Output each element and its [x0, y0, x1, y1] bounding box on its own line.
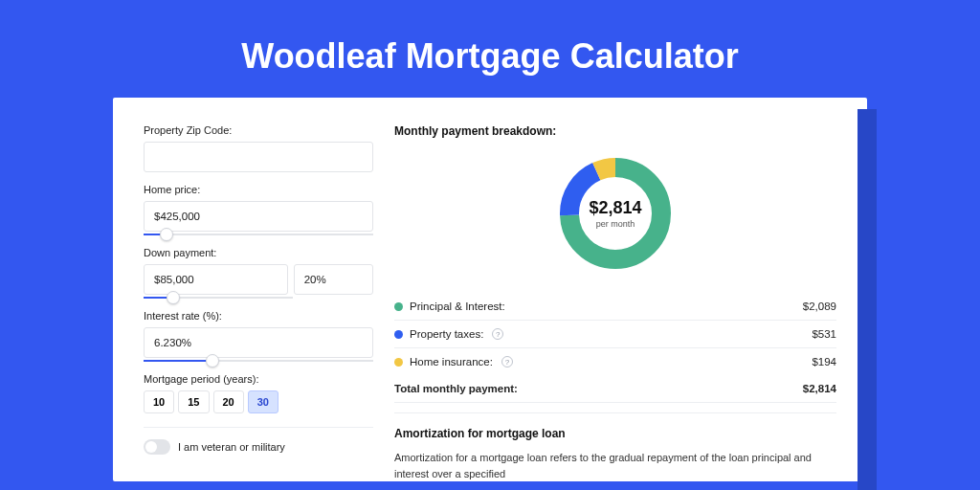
- amortization-title: Amortization for mortgage loan: [394, 427, 836, 440]
- legend-value: $531: [812, 328, 836, 340]
- legend-row: Home insurance:?$194: [394, 348, 836, 375]
- down-payment-slider-thumb[interactable]: [167, 291, 180, 304]
- down-payment-field: Down payment:: [144, 247, 373, 299]
- home-price-field: Home price:: [144, 184, 373, 235]
- inputs-panel: Property Zip Code: Home price: Down paym…: [144, 124, 373, 481]
- zip-label: Property Zip Code:: [144, 124, 373, 136]
- legend-label: Home insurance:: [410, 356, 493, 368]
- home-price-slider-thumb[interactable]: [160, 228, 173, 241]
- period-option-15[interactable]: 15: [178, 390, 209, 413]
- veteran-label: I am veteran or military: [178, 441, 285, 453]
- breakdown-panel: Monthly payment breakdown: $2,814 per mo…: [394, 124, 836, 481]
- card-shadow: [858, 109, 877, 490]
- veteran-toggle-knob: [145, 441, 157, 453]
- home-price-label: Home price:: [144, 184, 373, 195]
- home-price-input[interactable]: [144, 201, 373, 232]
- period-option-30[interactable]: 30: [248, 390, 278, 413]
- legend-label: Principal & Interest:: [410, 301, 505, 312]
- legend-label: Property taxes:: [410, 328, 483, 340]
- veteran-toggle[interactable]: [144, 439, 170, 455]
- home-price-slider[interactable]: [144, 234, 373, 235]
- zip-field: Property Zip Code:: [144, 124, 373, 172]
- legend-value: $2,089: [803, 301, 836, 312]
- period-option-20[interactable]: 20: [213, 390, 244, 413]
- donut-chart: $2,814 per month: [555, 153, 676, 274]
- down-payment-amount-input[interactable]: [144, 264, 288, 295]
- donut-center-sub: per month: [596, 219, 635, 229]
- legend-row: Principal & Interest:$2,089: [394, 293, 836, 321]
- legend-dot-icon: [394, 302, 403, 311]
- donut-center-amount: $2,814: [589, 198, 641, 218]
- help-icon[interactable]: ?: [501, 356, 513, 368]
- legend: Principal & Interest:$2,089Property taxe…: [394, 293, 836, 375]
- mortgage-period-label: Mortgage period (years):: [144, 373, 373, 385]
- interest-rate-field: Interest rate (%):: [144, 310, 373, 362]
- mortgage-period-group: 10152030: [144, 390, 373, 413]
- interest-rate-label: Interest rate (%):: [144, 310, 373, 322]
- zip-input[interactable]: [144, 142, 373, 172]
- down-payment-percent-input[interactable]: [294, 264, 373, 295]
- down-payment-slider[interactable]: [144, 297, 293, 299]
- legend-dot-icon: [394, 358, 403, 367]
- period-option-10[interactable]: 10: [144, 390, 174, 413]
- breakdown-title: Monthly payment breakdown:: [394, 124, 836, 138]
- mortgage-period-field: Mortgage period (years): 10152030: [144, 373, 373, 413]
- calculator-card: Property Zip Code: Home price: Down paym…: [113, 98, 867, 481]
- legend-total-label: Total monthly payment:: [394, 383, 518, 394]
- legend-dot-icon: [394, 330, 403, 339]
- interest-rate-input[interactable]: [144, 327, 373, 358]
- donut-chart-wrap: $2,814 per month: [394, 153, 836, 274]
- down-payment-label: Down payment:: [144, 247, 373, 258]
- page-title: Woodleaf Mortgage Calculator: [0, 0, 980, 98]
- amortization-section: Amortization for mortgage loan Amortizat…: [394, 412, 836, 481]
- interest-rate-slider-thumb[interactable]: [206, 354, 219, 368]
- legend-row: Property taxes:?$531: [394, 321, 836, 348]
- amortization-text: Amortization for a mortgage loan refers …: [394, 450, 836, 481]
- legend-value: $194: [812, 356, 836, 368]
- interest-rate-slider[interactable]: [144, 360, 373, 362]
- legend-total-value: $2,814: [803, 383, 836, 394]
- veteran-row: I am veteran or military: [144, 427, 373, 455]
- help-icon[interactable]: ?: [492, 328, 503, 340]
- legend-total-row: Total monthly payment: $2,814: [394, 375, 836, 403]
